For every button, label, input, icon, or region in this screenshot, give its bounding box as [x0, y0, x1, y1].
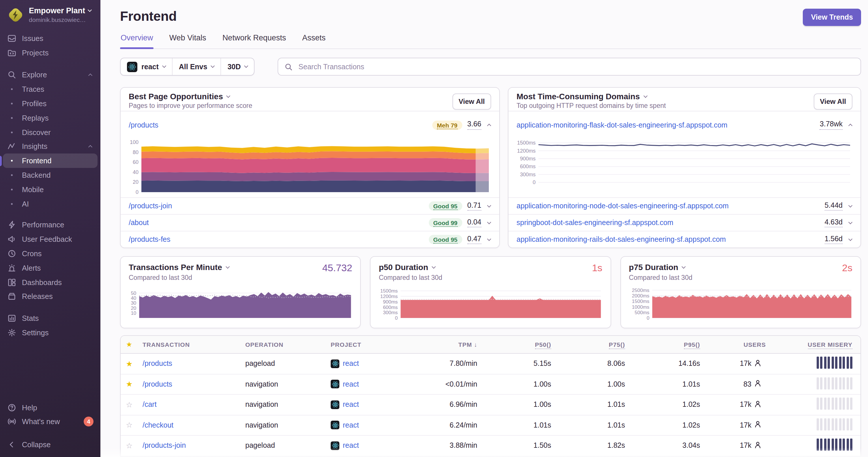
sidebar-item-insights[interactable]: Insights — [0, 139, 100, 154]
sidebar-item-mobile[interactable]: Mobile — [0, 182, 100, 197]
sidebar-item-stats[interactable]: Stats — [0, 311, 100, 326]
domain-link[interactable]: application-monitoring-rails-dot-sales-e… — [517, 235, 819, 243]
time-spent-value: 1.56d — [825, 234, 843, 244]
transaction-link[interactable]: /products-join — [143, 442, 186, 450]
page-row[interactable]: /aboutGood 990.04 — [121, 214, 499, 231]
collapse-chevron-icon — [848, 124, 852, 128]
column-header-operation[interactable]: OPERATION — [241, 341, 326, 348]
star-column-header[interactable]: ★ — [121, 340, 138, 349]
sidebar-item-collapse[interactable]: Collapse — [0, 437, 100, 452]
star-toggle[interactable]: ★ — [121, 359, 138, 368]
column-header-project[interactable]: PROJECT — [326, 341, 411, 348]
sidebar-item-label: Replays — [22, 114, 93, 122]
view-all-button[interactable]: View All — [813, 94, 852, 110]
sidebar-item-dashboards[interactable]: Dashboards — [0, 275, 100, 290]
tab-web-vitals[interactable]: Web Vitals — [169, 32, 207, 48]
table-row[interactable]: ★/productspageloadreact7.80/min5.15s8.06… — [121, 354, 861, 374]
transaction-link[interactable]: /cart — [143, 401, 157, 409]
project-link[interactable]: react — [343, 380, 359, 388]
sidebar-item-discover[interactable]: Discover — [0, 125, 100, 140]
search-input[interactable] — [297, 62, 854, 71]
expand-chevron-icon — [848, 220, 852, 224]
sidebar-item-ai[interactable]: AI — [0, 197, 100, 211]
domain-link[interactable]: application-monitoring-flask-dot-sales-e… — [517, 121, 815, 129]
page-link[interactable]: /products-fes — [129, 235, 423, 243]
view-all-button[interactable]: View All — [452, 94, 491, 110]
table-row[interactable]: ☆/products-joinpageloadreact3.88/min1.50… — [121, 436, 861, 456]
transaction-link[interactable]: /products — [143, 380, 172, 388]
column-header-tpm[interactable]: TPM ↓ — [411, 341, 487, 348]
chevron-left-icon — [7, 440, 16, 449]
star-toggle[interactable]: ☆ — [121, 442, 138, 450]
view-trends-button[interactable]: View Trends — [803, 9, 861, 26]
star-toggle[interactable]: ★ — [121, 380, 138, 389]
transaction-search[interactable] — [278, 58, 861, 75]
star-toggle[interactable]: ☆ — [121, 421, 138, 430]
sidebar-item-what-s-new[interactable]: What's new4 — [0, 415, 100, 429]
domain-row[interactable]: application-monitoring-node-dot-sales-en… — [508, 197, 861, 214]
table-row[interactable]: ☆/checkoutnavigationreact6.24/min1.01s1.… — [121, 415, 861, 436]
column-header-transaction[interactable]: TRANSACTION — [138, 341, 241, 348]
column-header-user-misery[interactable]: USER MISERY — [775, 341, 861, 348]
column-header-p95[interactable]: P95() — [634, 341, 709, 348]
page-link[interactable]: /products-join — [129, 202, 423, 210]
sidebar-item-backend[interactable]: Backend — [0, 168, 100, 182]
transaction-link[interactable]: /products — [143, 360, 172, 368]
chevron-down-icon[interactable] — [432, 264, 436, 268]
domain-link[interactable]: application-monitoring-node-dot-sales-en… — [517, 202, 819, 210]
environment-filter[interactable]: All Envs — [172, 58, 221, 75]
project-link[interactable]: react — [343, 360, 359, 368]
chevron-down-icon[interactable] — [682, 264, 686, 268]
sidebar-item-explore[interactable]: Explore — [0, 68, 100, 82]
chevron-down-icon[interactable] — [226, 94, 230, 98]
domain-row-expanded[interactable]: application-monitoring-flask-dot-sales-e… — [508, 111, 861, 138]
user-misery-bars — [815, 439, 852, 451]
star-toggle[interactable]: ☆ — [121, 400, 138, 409]
sidebar-item-crons[interactable]: Crons — [0, 247, 100, 261]
sidebar-item-profiles[interactable]: Profiles — [0, 96, 100, 111]
page-row-expanded[interactable]: /products Meh 79 3.66 — [121, 111, 499, 138]
tpm-cell: 6.24/min — [411, 421, 487, 429]
project-link[interactable]: react — [343, 401, 359, 409]
tab-assets[interactable]: Assets — [302, 32, 326, 48]
column-header-users[interactable]: USERS — [709, 341, 775, 348]
project-link[interactable]: react — [343, 442, 359, 450]
domain-link[interactable]: springboot-dot-sales-engineering-sf.apps… — [517, 219, 819, 227]
sidebar-item-replays[interactable]: Replays — [0, 111, 100, 125]
sidebar-item-frontend[interactable]: Frontend — [3, 154, 97, 168]
org-user: dominik.buszowiec… — [29, 16, 91, 23]
sidebar-item-issues[interactable]: Issues — [0, 31, 100, 45]
chevron-down-icon[interactable] — [643, 94, 647, 98]
svg-text:0: 0 — [533, 179, 535, 185]
project-filter[interactable]: react — [121, 58, 172, 75]
sidebar-item-settings[interactable]: Settings — [0, 325, 100, 340]
project-link[interactable]: react — [343, 421, 359, 429]
sidebar-item-projects[interactable]: Projects — [0, 45, 100, 60]
org-switcher[interactable]: Empower Plant dominik.buszowiec… — [0, 0, 100, 24]
sidebar-item-label: Crons — [22, 249, 93, 258]
svg-text:1500ms: 1500ms — [517, 140, 535, 146]
page-link[interactable]: /products — [129, 121, 427, 129]
sidebar-item-traces[interactable]: Traces — [0, 82, 100, 97]
transaction-link[interactable]: /checkout — [143, 421, 174, 429]
chevron-down-icon[interactable] — [226, 264, 230, 268]
tab-network-requests[interactable]: Network Requests — [222, 32, 287, 48]
sidebar-item-performance[interactable]: Performance — [0, 218, 100, 232]
page-link[interactable]: /about — [129, 219, 423, 227]
date-range-filter[interactable]: 30D — [220, 58, 254, 75]
column-header-p75[interactable]: P75() — [560, 341, 634, 348]
sidebar-item-help[interactable]: Help — [0, 400, 100, 415]
sidebar-item-user-feedback[interactable]: User Feedback — [0, 232, 100, 247]
tab-overview[interactable]: Overview — [120, 32, 154, 48]
table-row[interactable]: ☆/cartnavigationreact6.96/min1.00s1.01s1… — [121, 395, 861, 415]
page-row[interactable]: /products-joinGood 950.71 — [121, 197, 499, 214]
domain-row[interactable]: springboot-dot-sales-engineering-sf.apps… — [508, 214, 861, 231]
domain-row[interactable]: application-monitoring-rails-dot-sales-e… — [508, 231, 861, 248]
page-row[interactable]: /products-fesGood 950.47 — [121, 231, 499, 248]
column-header-p50[interactable]: P50() — [487, 341, 560, 348]
table-row[interactable]: ★/productsnavigationreact<0.01/min1.00s1… — [121, 374, 861, 395]
opportunity-score: 0.47 — [467, 234, 481, 244]
sidebar-item-alerts[interactable]: Alerts — [0, 261, 100, 275]
sidebar-item-releases[interactable]: Releases — [0, 289, 100, 304]
tab-bar: OverviewWeb VitalsNetwork RequestsAssets — [120, 32, 861, 49]
